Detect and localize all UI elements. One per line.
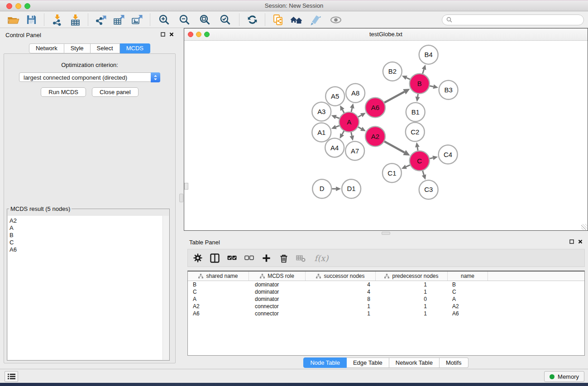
- show-all-button[interactable]: [325, 13, 346, 27]
- table-cell[interactable]: A2: [188, 303, 249, 310]
- horizontal-splitter[interactable]: [184, 231, 588, 235]
- optimization-criterion-select[interactable]: largest connected component (directed): [19, 72, 160, 82]
- graph-edge-A-A2[interactable]: [358, 127, 366, 131]
- search-field[interactable]: [442, 14, 584, 25]
- graph-node-C2[interactable]: C2: [406, 123, 425, 142]
- home-view-button[interactable]: [287, 13, 305, 27]
- graph-node-C1[interactable]: C1: [382, 163, 402, 182]
- table-cell[interactable]: 0: [376, 296, 448, 302]
- network-window-titlebar[interactable]: testGlobe.txt: [184, 29, 588, 41]
- table-row[interactable]: Bdominator41B: [188, 281, 584, 288]
- result-item[interactable]: C: [8, 239, 169, 246]
- graph-edge-C-C3[interactable]: [422, 171, 426, 180]
- annotation-pen-button[interactable]: [305, 13, 325, 27]
- graph-node-D1[interactable]: D1: [342, 179, 361, 198]
- result-item[interactable]: A6: [8, 246, 169, 253]
- graph-edge-A-A4[interactable]: [339, 131, 344, 139]
- save-session-button[interactable]: [22, 13, 40, 27]
- network-view[interactable]: B4B2BB3A8A5A6A3B1AA1C2A2A4A7C4CC1C3DD1: [184, 41, 588, 230]
- graph-node-B3[interactable]: B3: [439, 81, 458, 100]
- graph-node-A7[interactable]: A7: [345, 141, 364, 160]
- table-cell[interactable]: C: [448, 289, 488, 295]
- graph-node-A5[interactable]: A5: [325, 87, 344, 106]
- close-table-panel-icon[interactable]: [578, 239, 583, 244]
- table-cell[interactable]: 1: [376, 310, 448, 317]
- table-cell[interactable]: A6: [188, 310, 249, 317]
- graph-edge-A-A3[interactable]: [331, 115, 339, 119]
- table-cell[interactable]: 4: [306, 289, 376, 295]
- column-header-predecessor-nodes[interactable]: predecessor nodes: [376, 272, 448, 281]
- zoom-in-button[interactable]: [154, 13, 174, 27]
- delete-column-button[interactable]: [279, 253, 288, 263]
- column-header-shared-name[interactable]: shared name: [188, 272, 249, 281]
- graph-node-A4[interactable]: A4: [325, 138, 344, 157]
- tab-select[interactable]: Select: [91, 43, 120, 53]
- memory-button[interactable]: Memory: [544, 371, 584, 382]
- graph-node-B2[interactable]: B2: [383, 62, 402, 81]
- frame-edge-handle[interactable]: [184, 183, 188, 190]
- export-network-button[interactable]: [92, 13, 110, 27]
- export-image-button[interactable]: [128, 13, 146, 27]
- table-row[interactable]: A2connector11A2: [188, 303, 584, 310]
- table-cell[interactable]: 1: [376, 303, 448, 310]
- zoom-fit-button[interactable]: [195, 13, 215, 27]
- tab-network[interactable]: Network: [29, 43, 64, 53]
- table-cell[interactable]: 1: [306, 310, 376, 317]
- graph-node-A3[interactable]: A3: [312, 102, 331, 121]
- table-cell[interactable]: dominator: [249, 289, 306, 295]
- close-window-button[interactable]: [6, 3, 12, 9]
- open-session-button[interactable]: [4, 13, 22, 27]
- graph-edge-A2-C[interactable]: [384, 142, 410, 156]
- table-cell[interactable]: C: [188, 289, 249, 295]
- table-cell[interactable]: dominator: [249, 296, 306, 302]
- clone-network-button[interactable]: [269, 13, 287, 27]
- table-row[interactable]: Cdominator41C: [188, 288, 584, 295]
- graph-node-D[interactable]: D: [312, 179, 331, 198]
- graph-node-B4[interactable]: B4: [419, 45, 438, 64]
- tab-mcds[interactable]: MCDS: [120, 43, 150, 53]
- export-table-button[interactable]: [110, 13, 128, 27]
- vertical-split-handle[interactable]: [179, 194, 183, 202]
- table-cell[interactable]: 1: [376, 281, 448, 288]
- graph-node-A[interactable]: A: [339, 112, 359, 132]
- delete-table-button[interactable]: [296, 253, 306, 263]
- table-cell[interactable]: 1: [376, 289, 448, 295]
- graph-edge-A-A6[interactable]: [358, 113, 366, 117]
- table-row[interactable]: Adominator80A: [188, 295, 584, 303]
- column-header-name[interactable]: name: [448, 272, 488, 281]
- graph-node-A1[interactable]: A1: [312, 123, 331, 142]
- graph-edge-A-A5[interactable]: [340, 105, 344, 113]
- graph-edge-A-A7[interactable]: [349, 132, 354, 141]
- graph-node-C4[interactable]: C4: [439, 145, 458, 164]
- float-panel-icon[interactable]: [161, 32, 165, 37]
- settings-gear-button[interactable]: [193, 253, 202, 263]
- table-cell[interactable]: connector: [249, 310, 306, 317]
- graph-node-A6[interactable]: A6: [365, 98, 385, 118]
- graph-edge-C-C4[interactable]: [430, 156, 438, 160]
- result-item[interactable]: B: [8, 232, 169, 239]
- close-panel-button[interactable]: Close panel: [92, 87, 139, 97]
- zoom-out-button[interactable]: [174, 13, 195, 27]
- graph-node-C3[interactable]: C3: [419, 180, 438, 199]
- result-item[interactable]: A: [8, 224, 169, 232]
- graph-edge-C-C1[interactable]: [402, 165, 410, 169]
- column-header-successor-nodes[interactable]: successor nodes: [306, 272, 376, 281]
- result-item[interactable]: A2: [8, 217, 169, 224]
- deselect-all-button[interactable]: [244, 253, 254, 263]
- run-mcds-button[interactable]: Run MCDS: [41, 87, 86, 97]
- import-network-button[interactable]: [48, 13, 66, 27]
- table-cell[interactable]: connector: [249, 303, 306, 310]
- function-builder-button[interactable]: f(x): [313, 253, 330, 263]
- network-maximize-button[interactable]: [204, 32, 210, 37]
- minimize-window-button[interactable]: [15, 3, 21, 9]
- table-cell[interactable]: dominator: [249, 281, 306, 288]
- table-cell[interactable]: B: [188, 281, 249, 288]
- graph-edge-B-B3[interactable]: [430, 85, 438, 89]
- table-row[interactable]: A6connector11A6: [188, 310, 584, 317]
- mcds-result-list[interactable]: A2ABCA6: [8, 216, 169, 360]
- table-cell[interactable]: A: [188, 296, 249, 302]
- table-cell[interactable]: A6: [448, 310, 488, 317]
- table-cell[interactable]: 1: [306, 303, 376, 310]
- network-close-button[interactable]: [188, 32, 193, 37]
- graph-node-A8[interactable]: A8: [346, 84, 365, 103]
